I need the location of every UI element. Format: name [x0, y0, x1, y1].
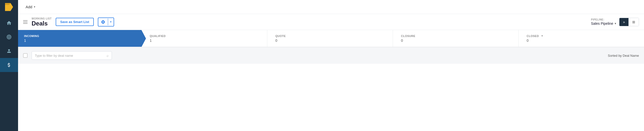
stage-qualified-name: QUALIFIED — [150, 34, 262, 38]
stage-closed[interactable]: CLOSED ▾ 0 — [518, 30, 644, 47]
grid-view-button[interactable]: ⊞ — [629, 18, 639, 26]
hamburger-icon[interactable] — [23, 20, 28, 24]
logo[interactable] — [0, 0, 18, 14]
pipeline-name: Sales Pipeline — [591, 22, 613, 26]
stage-quote[interactable]: QUOTE 0 — [267, 30, 393, 47]
stage-quote-count: 0 — [275, 38, 388, 42]
pipeline-stages: INCOMING 1 QUALIFIED 1 QUOTE 0 CLOSURE 0… — [18, 30, 644, 47]
page-title: Deals — [32, 20, 52, 26]
stage-closure-name: CLOSURE — [401, 34, 513, 38]
top-bar: Add ▾ — [18, 0, 644, 14]
sidebar-item-deals[interactable] — [0, 58, 18, 72]
sorted-by-label: Sorted by Deal Name — [608, 54, 639, 58]
kanban-view-button[interactable]: » — [619, 18, 629, 26]
gear-dropdown-button[interactable]: ▾ — [98, 18, 114, 26]
sidebar-item-targeting[interactable] — [0, 30, 18, 44]
working-list-label: WORKING LIST — [32, 17, 52, 20]
stage-incoming-name: INCOMING — [24, 34, 136, 38]
add-button[interactable]: Add ▾ — [23, 3, 38, 10]
stage-quote-name: QUOTE — [275, 34, 388, 38]
page-header: WORKING LIST Deals Save as Smart List ▾ … — [18, 14, 644, 30]
stage-qualified-count: 1 — [150, 38, 262, 42]
filter-bar: ⌕ Sorted by Deal Name — [18, 47, 644, 64]
stage-closure[interactable]: CLOSURE 0 — [393, 30, 518, 47]
pipeline-chevron-icon: ▾ — [615, 22, 616, 25]
search-input[interactable] — [35, 54, 105, 58]
search-icon: ⌕ — [107, 54, 109, 58]
add-chevron-icon: ▾ — [34, 5, 35, 8]
pipeline-label-group: PIPELINE: Sales Pipeline ▾ — [591, 18, 616, 26]
stage-incoming-count: 1 — [24, 38, 136, 42]
sidebar-item-home[interactable] — [0, 16, 18, 30]
stage-closed-name: CLOSED — [527, 34, 539, 38]
pipeline-controls: PIPELINE: Sales Pipeline ▾ » ⊞ — [591, 18, 639, 26]
pipeline-label: PIPELINE: — [591, 18, 616, 21]
title-group: WORKING LIST Deals — [32, 17, 52, 26]
view-toggle: » ⊞ — [619, 18, 639, 26]
sidebar — [0, 0, 18, 131]
stage-qualified[interactable]: QUALIFIED 1 — [141, 30, 267, 47]
kanban-icon: » — [623, 20, 625, 24]
sidebar-item-contacts[interactable] — [0, 44, 18, 58]
grid-icon: ⊞ — [632, 20, 635, 24]
main-content: Add ▾ WORKING LIST Deals Save as Smart L… — [18, 0, 644, 131]
sidebar-nav — [0, 16, 18, 72]
save-smart-list-button[interactable]: Save as Smart List — [56, 18, 94, 26]
gear-icon — [98, 18, 108, 26]
select-all-checkbox[interactable] — [23, 53, 28, 58]
search-box: ⌕ — [32, 51, 112, 60]
gear-chevron-icon: ▾ — [108, 18, 114, 25]
closed-chevron-icon: ▾ — [541, 34, 543, 38]
closed-stage-label-row: CLOSED ▾ — [527, 34, 639, 38]
add-label: Add — [26, 5, 32, 9]
stage-incoming[interactable]: INCOMING 1 — [18, 30, 141, 47]
stage-closure-count: 0 — [401, 38, 513, 42]
pipeline-selector[interactable]: Sales Pipeline ▾ — [591, 22, 616, 26]
stage-closed-count: 0 — [527, 38, 639, 42]
